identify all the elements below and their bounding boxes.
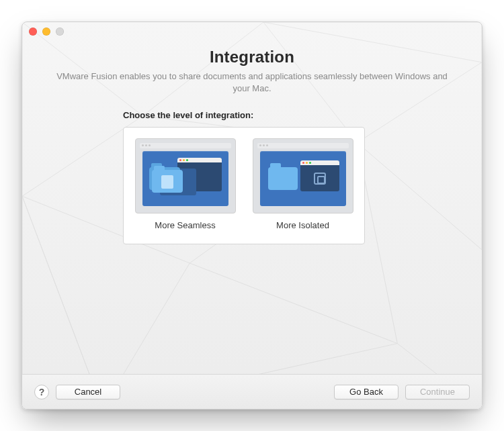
option-label: More Isolated xyxy=(276,220,329,230)
close-icon[interactable] xyxy=(29,28,37,36)
content: Choose the level of integration: More Se… xyxy=(22,103,482,374)
continue-button: Continue xyxy=(405,385,470,399)
header: Integration VMware Fusion enables you to… xyxy=(22,41,482,103)
integration-options: More Seamless More Isolated xyxy=(123,127,365,244)
cancel-button[interactable]: Cancel xyxy=(56,385,120,399)
page-subtitle: VMware Fusion enables you to share docum… xyxy=(56,70,448,94)
seamless-thumbnail xyxy=(135,138,236,213)
minimize-icon[interactable] xyxy=(42,28,50,36)
option-label: More Seamless xyxy=(155,220,215,230)
help-button[interactable]: ? xyxy=(34,385,49,399)
isolated-thumbnail xyxy=(253,138,353,213)
footer: ? Cancel Go Back Continue xyxy=(22,374,482,409)
installer-window: Integration VMware Fusion enables you to… xyxy=(22,21,482,410)
maximize-icon xyxy=(56,28,64,36)
option-more-isolated[interactable]: More Isolated xyxy=(251,137,355,232)
go-back-button[interactable]: Go Back xyxy=(334,385,398,399)
option-more-seamless[interactable]: More Seamless xyxy=(133,137,237,232)
page-title: Integration xyxy=(56,48,448,66)
titlebar xyxy=(22,22,482,41)
section-label: Choose the level of integration: xyxy=(123,110,455,120)
